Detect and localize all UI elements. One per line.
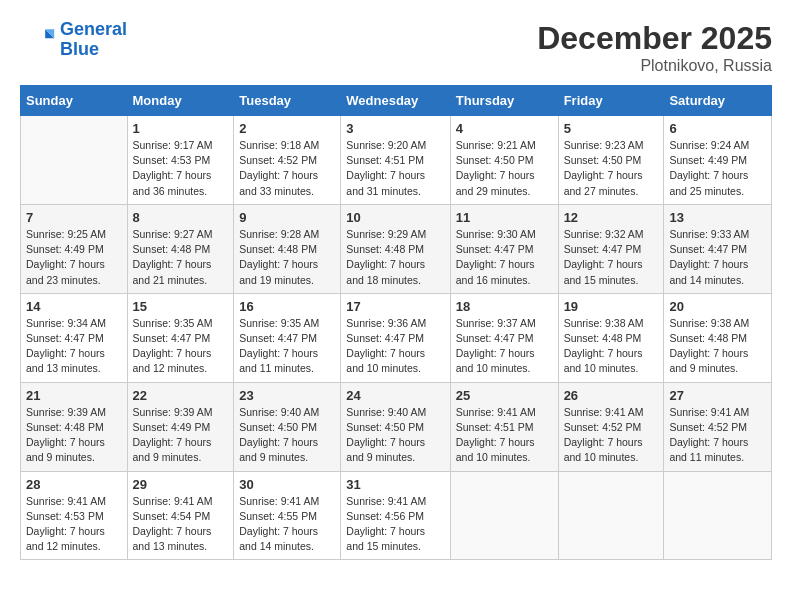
day-cell: 14Sunrise: 9:34 AMSunset: 4:47 PMDayligh…: [21, 293, 128, 382]
day-number: 24: [346, 388, 444, 403]
header-cell-sunday: Sunday: [21, 86, 128, 116]
day-info: Sunrise: 9:38 AMSunset: 4:48 PMDaylight:…: [669, 316, 766, 377]
day-number: 4: [456, 121, 553, 136]
logo-line1: General: [60, 19, 127, 39]
header-cell-saturday: Saturday: [664, 86, 772, 116]
day-cell: 28Sunrise: 9:41 AMSunset: 4:53 PMDayligh…: [21, 471, 128, 560]
header-cell-monday: Monday: [127, 86, 234, 116]
day-cell: 3Sunrise: 9:20 AMSunset: 4:51 PMDaylight…: [341, 116, 450, 205]
day-number: 9: [239, 210, 335, 225]
day-number: 15: [133, 299, 229, 314]
day-info: Sunrise: 9:25 AMSunset: 4:49 PMDaylight:…: [26, 227, 122, 288]
day-number: 14: [26, 299, 122, 314]
day-info: Sunrise: 9:36 AMSunset: 4:47 PMDaylight:…: [346, 316, 444, 377]
day-info: Sunrise: 9:39 AMSunset: 4:48 PMDaylight:…: [26, 405, 122, 466]
day-number: 23: [239, 388, 335, 403]
week-row-5: 28Sunrise: 9:41 AMSunset: 4:53 PMDayligh…: [21, 471, 772, 560]
day-number: 8: [133, 210, 229, 225]
day-cell: 6Sunrise: 9:24 AMSunset: 4:49 PMDaylight…: [664, 116, 772, 205]
day-cell: [450, 471, 558, 560]
logo-text: General Blue: [60, 20, 127, 60]
day-number: 29: [133, 477, 229, 492]
day-info: Sunrise: 9:35 AMSunset: 4:47 PMDaylight:…: [239, 316, 335, 377]
day-info: Sunrise: 9:34 AMSunset: 4:47 PMDaylight:…: [26, 316, 122, 377]
day-cell: 21Sunrise: 9:39 AMSunset: 4:48 PMDayligh…: [21, 382, 128, 471]
day-number: 16: [239, 299, 335, 314]
day-number: 12: [564, 210, 659, 225]
day-cell: 23Sunrise: 9:40 AMSunset: 4:50 PMDayligh…: [234, 382, 341, 471]
day-cell: 24Sunrise: 9:40 AMSunset: 4:50 PMDayligh…: [341, 382, 450, 471]
day-info: Sunrise: 9:41 AMSunset: 4:51 PMDaylight:…: [456, 405, 553, 466]
calendar-table: SundayMondayTuesdayWednesdayThursdayFrid…: [20, 85, 772, 560]
day-cell: 31Sunrise: 9:41 AMSunset: 4:56 PMDayligh…: [341, 471, 450, 560]
day-cell: [558, 471, 664, 560]
month-title: December 2025: [537, 20, 772, 57]
day-number: 19: [564, 299, 659, 314]
day-info: Sunrise: 9:33 AMSunset: 4:47 PMDaylight:…: [669, 227, 766, 288]
day-info: Sunrise: 9:41 AMSunset: 4:53 PMDaylight:…: [26, 494, 122, 555]
day-cell: 26Sunrise: 9:41 AMSunset: 4:52 PMDayligh…: [558, 382, 664, 471]
calendar-header-row: SundayMondayTuesdayWednesdayThursdayFrid…: [21, 86, 772, 116]
day-cell: 19Sunrise: 9:38 AMSunset: 4:48 PMDayligh…: [558, 293, 664, 382]
header-cell-tuesday: Tuesday: [234, 86, 341, 116]
day-cell: 5Sunrise: 9:23 AMSunset: 4:50 PMDaylight…: [558, 116, 664, 205]
week-row-4: 21Sunrise: 9:39 AMSunset: 4:48 PMDayligh…: [21, 382, 772, 471]
day-info: Sunrise: 9:29 AMSunset: 4:48 PMDaylight:…: [346, 227, 444, 288]
logo-line2: Blue: [60, 39, 99, 59]
week-row-1: 1Sunrise: 9:17 AMSunset: 4:53 PMDaylight…: [21, 116, 772, 205]
day-cell: 11Sunrise: 9:30 AMSunset: 4:47 PMDayligh…: [450, 204, 558, 293]
day-cell: 29Sunrise: 9:41 AMSunset: 4:54 PMDayligh…: [127, 471, 234, 560]
day-number: 31: [346, 477, 444, 492]
day-info: Sunrise: 9:18 AMSunset: 4:52 PMDaylight:…: [239, 138, 335, 199]
header-cell-thursday: Thursday: [450, 86, 558, 116]
day-cell: 7Sunrise: 9:25 AMSunset: 4:49 PMDaylight…: [21, 204, 128, 293]
day-info: Sunrise: 9:41 AMSunset: 4:52 PMDaylight:…: [564, 405, 659, 466]
day-cell: 15Sunrise: 9:35 AMSunset: 4:47 PMDayligh…: [127, 293, 234, 382]
day-number: 21: [26, 388, 122, 403]
day-cell: 18Sunrise: 9:37 AMSunset: 4:47 PMDayligh…: [450, 293, 558, 382]
day-cell: 13Sunrise: 9:33 AMSunset: 4:47 PMDayligh…: [664, 204, 772, 293]
day-info: Sunrise: 9:23 AMSunset: 4:50 PMDaylight:…: [564, 138, 659, 199]
day-number: 18: [456, 299, 553, 314]
day-info: Sunrise: 9:40 AMSunset: 4:50 PMDaylight:…: [346, 405, 444, 466]
day-cell: 16Sunrise: 9:35 AMSunset: 4:47 PMDayligh…: [234, 293, 341, 382]
day-cell: 27Sunrise: 9:41 AMSunset: 4:52 PMDayligh…: [664, 382, 772, 471]
day-info: Sunrise: 9:41 AMSunset: 4:55 PMDaylight:…: [239, 494, 335, 555]
week-row-3: 14Sunrise: 9:34 AMSunset: 4:47 PMDayligh…: [21, 293, 772, 382]
day-cell: 12Sunrise: 9:32 AMSunset: 4:47 PMDayligh…: [558, 204, 664, 293]
page-header: General Blue December 2025 Plotnikovo, R…: [20, 20, 772, 75]
day-info: Sunrise: 9:21 AMSunset: 4:50 PMDaylight:…: [456, 138, 553, 199]
day-cell: [664, 471, 772, 560]
logo-icon: [20, 22, 56, 58]
day-info: Sunrise: 9:27 AMSunset: 4:48 PMDaylight:…: [133, 227, 229, 288]
day-number: 20: [669, 299, 766, 314]
day-number: 28: [26, 477, 122, 492]
header-cell-friday: Friday: [558, 86, 664, 116]
day-cell: 10Sunrise: 9:29 AMSunset: 4:48 PMDayligh…: [341, 204, 450, 293]
day-info: Sunrise: 9:37 AMSunset: 4:47 PMDaylight:…: [456, 316, 553, 377]
day-info: Sunrise: 9:38 AMSunset: 4:48 PMDaylight:…: [564, 316, 659, 377]
day-number: 25: [456, 388, 553, 403]
day-info: Sunrise: 9:20 AMSunset: 4:51 PMDaylight:…: [346, 138, 444, 199]
day-number: 6: [669, 121, 766, 136]
day-cell: 30Sunrise: 9:41 AMSunset: 4:55 PMDayligh…: [234, 471, 341, 560]
day-cell: [21, 116, 128, 205]
day-number: 1: [133, 121, 229, 136]
day-number: 7: [26, 210, 122, 225]
day-info: Sunrise: 9:40 AMSunset: 4:50 PMDaylight:…: [239, 405, 335, 466]
day-info: Sunrise: 9:41 AMSunset: 4:56 PMDaylight:…: [346, 494, 444, 555]
day-info: Sunrise: 9:24 AMSunset: 4:49 PMDaylight:…: [669, 138, 766, 199]
day-info: Sunrise: 9:41 AMSunset: 4:54 PMDaylight:…: [133, 494, 229, 555]
day-cell: 4Sunrise: 9:21 AMSunset: 4:50 PMDaylight…: [450, 116, 558, 205]
day-number: 27: [669, 388, 766, 403]
day-info: Sunrise: 9:17 AMSunset: 4:53 PMDaylight:…: [133, 138, 229, 199]
day-cell: 17Sunrise: 9:36 AMSunset: 4:47 PMDayligh…: [341, 293, 450, 382]
day-cell: 9Sunrise: 9:28 AMSunset: 4:48 PMDaylight…: [234, 204, 341, 293]
day-cell: 22Sunrise: 9:39 AMSunset: 4:49 PMDayligh…: [127, 382, 234, 471]
day-number: 10: [346, 210, 444, 225]
day-info: Sunrise: 9:41 AMSunset: 4:52 PMDaylight:…: [669, 405, 766, 466]
day-number: 17: [346, 299, 444, 314]
day-info: Sunrise: 9:39 AMSunset: 4:49 PMDaylight:…: [133, 405, 229, 466]
week-row-2: 7Sunrise: 9:25 AMSunset: 4:49 PMDaylight…: [21, 204, 772, 293]
day-number: 2: [239, 121, 335, 136]
